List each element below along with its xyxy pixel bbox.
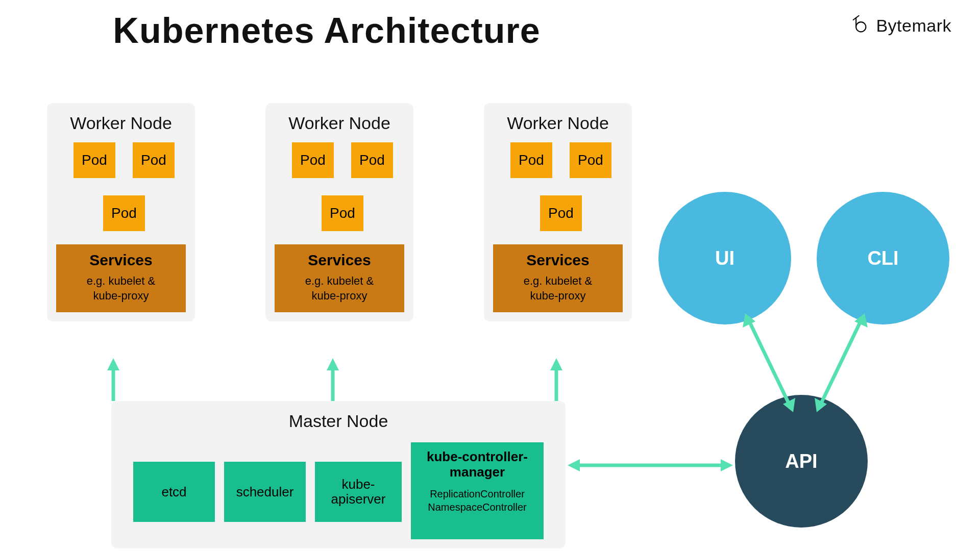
etcd-box: etcd bbox=[133, 462, 215, 522]
services-subtext: e.g. kubelet &kube-proxy bbox=[497, 274, 619, 303]
services-box: Services e.g. kubelet &kube-proxy bbox=[493, 244, 623, 312]
diagram-title: Kubernetes Architecture bbox=[0, 10, 653, 51]
services-heading: Services bbox=[60, 252, 182, 269]
services-box: Services e.g. kubelet &kube-proxy bbox=[275, 244, 404, 312]
svg-marker-3 bbox=[568, 459, 580, 471]
pod-box: Pod bbox=[540, 195, 582, 231]
worker-node-card: Worker Node Pod Pod Pod Services e.g. ku… bbox=[484, 103, 632, 321]
master-node-title: Master Node bbox=[120, 411, 556, 431]
kube-controller-manager-box: kube-controller-manager ReplicationContr… bbox=[411, 442, 544, 539]
master-node-card: Master Node etcd scheduler kube-apiserve… bbox=[111, 401, 566, 548]
svg-marker-4 bbox=[721, 459, 733, 471]
pod-box: Pod bbox=[570, 142, 611, 178]
pod-box: Pod bbox=[510, 142, 552, 178]
pod-box: Pod bbox=[74, 142, 115, 178]
scheduler-box: scheduler bbox=[224, 462, 306, 522]
bytemark-logo-text: Bytemark bbox=[876, 16, 951, 36]
pod-box: Pod bbox=[351, 142, 393, 178]
services-heading: Services bbox=[497, 252, 619, 269]
master-components-row: etcd scheduler kube-apiserver kube-contr… bbox=[120, 442, 556, 539]
pods-group: Pod Pod Pod bbox=[56, 142, 186, 244]
services-subtext: e.g. kubelet &kube-proxy bbox=[279, 274, 400, 303]
bytemark-logo: Bytemark bbox=[848, 14, 951, 37]
arrow-master-to-worker bbox=[327, 358, 339, 401]
cli-circle: CLI bbox=[817, 192, 949, 324]
api-circle: API bbox=[735, 395, 868, 528]
pod-box: Pod bbox=[292, 142, 334, 178]
services-heading: Services bbox=[279, 252, 400, 269]
pod-box: Pod bbox=[133, 142, 175, 178]
pods-group: Pod Pod Pod bbox=[493, 142, 623, 244]
worker-node-title: Worker Node bbox=[275, 113, 404, 133]
arrow-master-to-worker bbox=[107, 358, 119, 401]
arrow-cli-api-bidirectional bbox=[815, 313, 868, 412]
services-box: Services e.g. kubelet &kube-proxy bbox=[56, 244, 186, 312]
ui-circle: UI bbox=[658, 192, 791, 324]
arrow-master-api-bidirectional bbox=[568, 459, 733, 471]
arrow-master-to-worker bbox=[550, 358, 562, 401]
bytemark-logo-icon bbox=[848, 14, 871, 37]
pods-group: Pod Pod Pod bbox=[275, 142, 404, 244]
kube-apiserver-box: kube-apiserver bbox=[315, 462, 402, 522]
svg-marker-1 bbox=[327, 358, 339, 370]
worker-node-title: Worker Node bbox=[493, 113, 623, 133]
svg-marker-0 bbox=[107, 358, 119, 370]
pod-box: Pod bbox=[103, 195, 145, 231]
worker-node-card: Worker Node Pod Pod Pod Services e.g. ku… bbox=[47, 103, 195, 321]
services-subtext: e.g. kubelet &kube-proxy bbox=[60, 274, 182, 303]
worker-node-card: Worker Node Pod Pod Pod Services e.g. ku… bbox=[265, 103, 413, 321]
svg-marker-2 bbox=[550, 358, 562, 370]
worker-node-title: Worker Node bbox=[56, 113, 186, 133]
pod-box: Pod bbox=[322, 195, 363, 231]
